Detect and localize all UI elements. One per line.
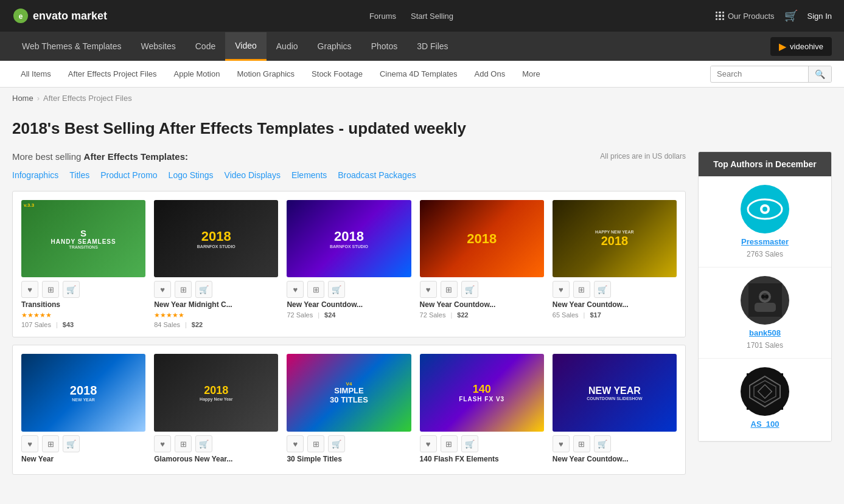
cart-btn-4[interactable]: 🛒 <box>461 281 478 298</box>
author-entry-bank508: bank508 1701 Sales <box>699 268 831 359</box>
cat-elements[interactable]: Elements <box>291 170 327 180</box>
breadcrumb-home[interactable]: Home <box>12 94 33 103</box>
cat-product-promo[interactable]: Product Promo <box>100 170 157 180</box>
product-thumbnail-7[interactable]: 2018 Happy New Year <box>154 354 278 432</box>
subnav-motion-graphics[interactable]: Motion Graphics <box>228 61 303 88</box>
product-thumbnail-4[interactable]: 2018 <box>420 200 544 278</box>
cart-btn-6[interactable]: 🛒 <box>63 435 80 452</box>
author-entry-pressmaster: Pressmaster 2763 Sales <box>699 176 831 268</box>
subnav-stock-footage[interactable]: Stock Footage <box>303 61 371 88</box>
author-name-pressmaster[interactable]: Pressmaster <box>741 237 789 246</box>
cart-btn-8[interactable]: 🛒 <box>328 435 345 452</box>
product-thumbnail-3[interactable]: 2018 BARNFOX STUDIO <box>287 200 411 278</box>
cat-video-displays[interactable]: Video Displays <box>225 170 281 180</box>
nav-code[interactable]: Code <box>186 33 225 60</box>
subnav-more[interactable]: More <box>514 61 549 88</box>
product-card: NEW YEAR COUNTDOWN SLIDESHOW ♥ ⊞ 🛒 New Y… <box>553 354 677 466</box>
subnav-cinema4d[interactable]: Cinema 4D Templates <box>371 61 466 88</box>
logo[interactable]: e envato market <box>12 7 107 24</box>
cart-btn-3[interactable]: 🛒 <box>328 281 345 298</box>
nav-web-themes[interactable]: Web Themes & Templates <box>12 33 131 60</box>
nav-photos[interactable]: Photos <box>361 33 408 60</box>
nav-audio[interactable]: Audio <box>267 33 308 60</box>
favorite-btn-3[interactable]: ♥ <box>287 281 304 298</box>
forums-link[interactable]: Forums <box>369 12 396 21</box>
product-card: V4 SIMPLE30 TITLES ♥ ⊞ 🛒 30 Simple Title… <box>287 354 411 466</box>
preview-btn-3[interactable]: ⊞ <box>307 281 324 298</box>
cart-btn-2[interactable]: 🛒 <box>195 281 212 298</box>
nav-websites[interactable]: Websites <box>131 33 185 60</box>
author-avatar-as100[interactable] <box>741 367 789 416</box>
logo-icon: e <box>12 7 29 24</box>
breadcrumb: Home › After Effects Project Files <box>0 88 844 109</box>
sign-in-btn[interactable]: Sign In <box>807 12 832 21</box>
nav-3d-files[interactable]: 3D Files <box>407 33 458 60</box>
author-name-as100[interactable]: AS_100 <box>751 419 779 429</box>
cat-broadcast-packages[interactable]: Broadcast Packages <box>338 170 416 180</box>
subnav-all-items[interactable]: All Items <box>12 61 60 88</box>
product-card: v.3.3 S HANDY SEAMLESS TRANSITIONS ♥ ⊞ 🛒… <box>21 200 145 329</box>
cart-btn-5[interactable]: 🛒 <box>594 281 611 298</box>
product-thumbnail-6[interactable]: 2018 NEW YEAR <box>21 354 145 432</box>
author-name-bank508[interactable]: bank508 <box>749 328 781 337</box>
favorite-btn-2[interactable]: ♥ <box>154 281 171 298</box>
cart-btn-10[interactable]: 🛒 <box>594 435 611 452</box>
our-products-btn[interactable]: Our Products <box>716 12 775 21</box>
product-thumbnail-1[interactable]: v.3.3 S HANDY SEAMLESS TRANSITIONS <box>21 200 145 278</box>
product-thumbnail-5[interactable]: HAPPY NEW YEAR 2018 <box>553 200 677 278</box>
product-thumbnail-2[interactable]: 2018 BARNFOX STUDIO <box>154 200 278 278</box>
start-selling-link[interactable]: Start Selling <box>411 12 453 21</box>
author-avatar-pressmaster[interactable] <box>741 185 789 233</box>
product-thumbnail-8[interactable]: V4 SIMPLE30 TITLES <box>287 354 411 432</box>
favorite-btn-9[interactable]: ♥ <box>420 435 437 452</box>
cat-logo-stings[interactable]: Logo Stings <box>169 170 214 180</box>
favorite-btn-7[interactable]: ♥ <box>154 435 171 452</box>
cat-titles[interactable]: Titles <box>69 170 89 180</box>
favorite-btn-5[interactable]: ♥ <box>553 281 570 298</box>
price-note: All prices are in US dollars <box>600 152 686 161</box>
main-nav: Web Themes & Templates Websites Code Vid… <box>0 32 844 61</box>
favorite-btn-8[interactable]: ♥ <box>287 435 304 452</box>
preview-btn-2[interactable]: ⊞ <box>175 281 192 298</box>
favorite-btn-6[interactable]: ♥ <box>21 435 38 452</box>
products-grid-2: 2018 NEW YEAR ♥ ⊞ 🛒 New Year <box>21 354 677 466</box>
product-card: 2018 BARNFOX STUDIO ♥ ⊞ 🛒 New Year Midni… <box>154 200 278 329</box>
favorite-btn-4[interactable]: ♥ <box>420 281 437 298</box>
product-meta-3: 72 Sales | $24 <box>287 311 411 319</box>
product-thumbnail-10[interactable]: NEW YEAR COUNTDOWN SLIDESHOW <box>553 354 677 432</box>
cart-btn-1[interactable]: 🛒 <box>63 281 80 298</box>
nav-video[interactable]: Video <box>225 32 267 61</box>
author-avatar-bank508[interactable] <box>741 276 789 325</box>
cart-btn-7[interactable]: 🛒 <box>195 435 212 452</box>
search-button[interactable]: 🔍 <box>808 66 831 82</box>
svg-point-10 <box>765 295 769 299</box>
search-input[interactable] <box>711 66 808 81</box>
cat-infographics[interactable]: Infographics <box>12 170 58 180</box>
product-actions-3: ♥ ⊞ 🛒 <box>287 281 411 298</box>
cart-icon[interactable]: 🛒 <box>784 9 798 22</box>
svg-rect-7 <box>755 303 776 312</box>
preview-btn-9[interactable]: ⊞ <box>441 435 458 452</box>
product-name-7: Glamorous New Year... <box>154 455 278 463</box>
category-links: Infographics Titles Product Promo Logo S… <box>12 170 686 180</box>
product-meta-4: 72 Sales | $22 <box>420 311 544 319</box>
nav-graphics[interactable]: Graphics <box>308 33 361 60</box>
cart-btn-9[interactable]: 🛒 <box>461 435 478 452</box>
product-thumbnail-9[interactable]: 140 FLASH FX V3 <box>420 354 544 432</box>
favorite-btn-1[interactable]: ♥ <box>21 281 38 298</box>
preview-btn-10[interactable]: ⊞ <box>573 435 590 452</box>
preview-btn-1[interactable]: ⊞ <box>42 281 59 298</box>
preview-btn-6[interactable]: ⊞ <box>42 435 59 452</box>
preview-btn-4[interactable]: ⊞ <box>441 281 458 298</box>
thumb-content-6: 2018 NEW YEAR <box>21 354 145 432</box>
subnav-add-ons[interactable]: Add Ons <box>466 61 514 88</box>
subnav-apple-motion[interactable]: Apple Motion <box>166 61 229 88</box>
subnav-after-effects[interactable]: After Effects Project Files <box>60 61 166 88</box>
videohive-icon: ▶ <box>779 41 786 52</box>
product-actions-10: ♥ ⊞ 🛒 <box>553 435 677 452</box>
product-meta-5: 65 Sales | $17 <box>553 311 677 319</box>
preview-btn-5[interactable]: ⊞ <box>573 281 590 298</box>
favorite-btn-10[interactable]: ♥ <box>553 435 570 452</box>
preview-btn-8[interactable]: ⊞ <box>307 435 324 452</box>
preview-btn-7[interactable]: ⊞ <box>175 435 192 452</box>
